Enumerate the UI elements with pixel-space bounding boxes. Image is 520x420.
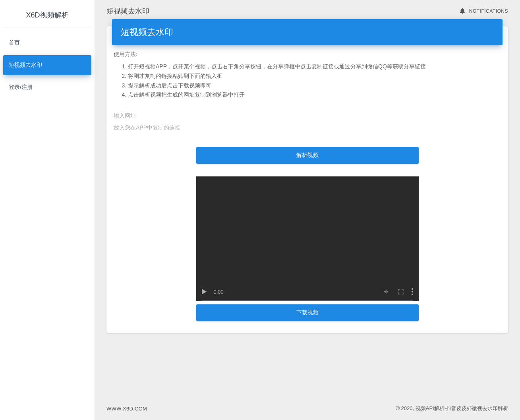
parse-button[interactable]: 解析视频 <box>196 147 419 164</box>
footer-domain[interactable]: WWW.X6D.COM <box>106 406 147 412</box>
main-content: 短视频去水印 NOTIFICATIONS 短视频去水印 使用方法: 打开短视频A… <box>95 0 520 420</box>
sidebar-item-login[interactable]: 登录/注册 <box>3 77 91 97</box>
video-canvas[interactable] <box>196 176 419 285</box>
video-progress[interactable] <box>202 300 413 301</box>
sidebar-item-watermark[interactable]: 短视频去水印 <box>3 55 91 75</box>
notifications-label: NOTIFICATIONS <box>469 8 508 14</box>
video-player[interactable]: 0:00 <box>196 176 419 301</box>
video-time: 0:00 <box>214 289 224 295</box>
card-header: 短视频去水印 <box>112 19 503 45</box>
url-input[interactable] <box>114 121 501 134</box>
video-controls: 0:00 <box>196 285 419 300</box>
sidebar-item-home[interactable]: 首页 <box>3 33 91 53</box>
page-title: 短视频去水印 <box>106 6 149 16</box>
watermark-card: 短视频去水印 使用方法: 打开短视频APP，点开某个视频，点击右下角分享按钮，在… <box>106 26 508 333</box>
sidebar: X6D视频解析 首页 短视频去水印 登录/注册 <box>0 0 95 420</box>
url-input-label: 输入网址 <box>114 112 501 120</box>
download-button[interactable]: 下载视频 <box>196 304 419 321</box>
fullscreen-icon[interactable] <box>397 288 404 295</box>
usage-title: 使用方法: <box>114 51 501 58</box>
usage-steps-list: 打开短视频APP，点开某个视频，点击右下角分享按钮，在分享弹框中点击复制链接或通… <box>114 62 501 100</box>
footer-copyright: © 2020, 视频API解析-抖音皮皮虾微视去水印解析 <box>396 405 508 412</box>
more-icon[interactable] <box>412 288 413 295</box>
volume-icon[interactable] <box>383 288 390 295</box>
usage-step: 打开短视频APP，点开某个视频，点击右下角分享按钮，在分享弹框中点击复制链接或通… <box>128 62 501 72</box>
usage-step: 将刚才复制的链接粘贴到下面的输入框 <box>128 72 501 81</box>
sidebar-divider <box>3 27 91 27</box>
brand-title[interactable]: X6D视频解析 <box>3 3 91 25</box>
footer: WWW.X6D.COM © 2020, 视频API解析-抖音皮皮虾微视去水印解析 <box>95 397 520 420</box>
usage-step: 点击解析视频把生成的网址复制到浏览器中打开 <box>128 90 501 100</box>
usage-step: 提示解析成功后点击下载视频即可 <box>128 81 501 91</box>
bell-icon <box>459 7 466 15</box>
play-icon[interactable] <box>202 289 207 294</box>
notifications-button[interactable]: NOTIFICATIONS <box>459 7 508 15</box>
